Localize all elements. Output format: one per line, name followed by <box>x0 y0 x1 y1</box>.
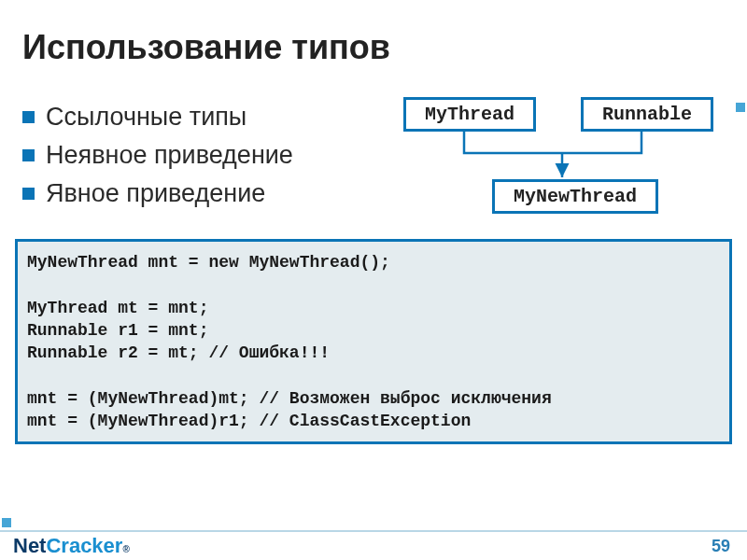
logo-net: Net <box>13 534 46 558</box>
page-number: 59 <box>712 537 730 556</box>
logo-cracker: Cracker <box>46 534 122 558</box>
diagram-connectors <box>385 97 730 218</box>
inheritance-diagram: MyThread Runnable MyNewThread <box>385 97 730 218</box>
bullet-text: Неявное приведение <box>46 141 293 170</box>
bullet-item: Ссылочные типы <box>22 103 385 132</box>
code-text: MyNewThread mnt = new MyNewThread(); MyT… <box>27 251 720 432</box>
slide-title: Использование типов <box>0 0 747 86</box>
logo-registered-icon: ® <box>122 544 129 554</box>
code-block: MyNewThread mnt = new MyNewThread(); MyT… <box>15 239 732 444</box>
bullet-list: Ссылочные типы Неявное приведение Явное … <box>9 97 385 217</box>
bullet-text: Явное приведение <box>46 179 265 208</box>
bullet-item: Явное приведение <box>22 179 385 208</box>
bullet-square-icon <box>22 188 35 200</box>
content-row: Ссылочные типы Неявное приведение Явное … <box>0 86 747 218</box>
logo: NetCracker® <box>13 534 130 558</box>
decoration-top-right <box>736 103 745 112</box>
bullet-text: Ссылочные типы <box>46 103 247 132</box>
bullet-item: Неявное приведение <box>22 141 385 170</box>
decoration-bottom-left <box>2 518 11 527</box>
bullet-square-icon <box>22 149 35 161</box>
slide: Использование типов Ссылочные типы Неявн… <box>0 0 747 560</box>
footer: NetCracker® 59 <box>0 530 747 560</box>
bullet-square-icon <box>22 111 35 123</box>
